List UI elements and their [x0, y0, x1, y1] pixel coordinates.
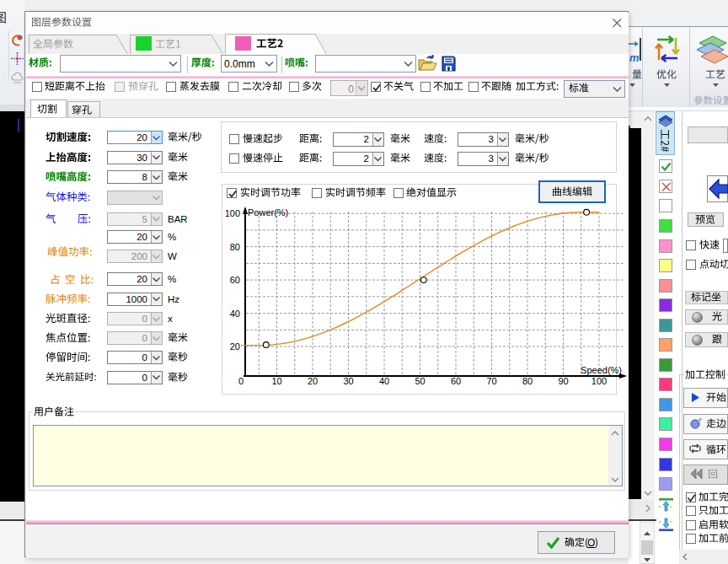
- svg-text:80: 80: [230, 242, 240, 252]
- svg-text:100: 100: [225, 208, 240, 218]
- svg-text:70: 70: [486, 376, 496, 386]
- svg-text:0: 0: [238, 376, 244, 386]
- svg-text:50: 50: [415, 376, 425, 386]
- svg-text:20: 20: [308, 376, 318, 386]
- svg-text:60: 60: [230, 275, 240, 285]
- svg-text:20: 20: [230, 341, 240, 352]
- svg-text:10: 10: [271, 376, 281, 386]
- svg-text:60: 60: [451, 376, 461, 386]
- svg-text:80: 80: [522, 376, 533, 386]
- svg-text:40: 40: [230, 309, 240, 319]
- svg-text:40: 40: [379, 376, 389, 386]
- svg-text:90: 90: [558, 376, 568, 386]
- svg-text:30: 30: [343, 376, 353, 386]
- svg-text:Speed(%): Speed(%): [581, 365, 622, 375]
- svg-text:Power(%): Power(%): [248, 207, 288, 218]
- svg-text:100: 100: [592, 376, 607, 386]
